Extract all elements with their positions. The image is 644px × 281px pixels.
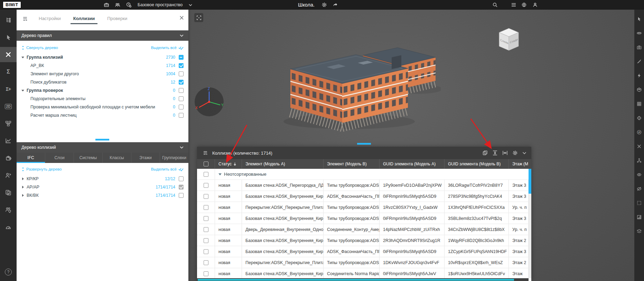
rule-checkbox[interactable] [179,113,184,118]
ifc-tree-row[interactable]: ВК/ВК 1714/1714 [17,191,188,200]
cube-view-tool[interactable] [634,85,644,95]
graphs-tool[interactable] [0,133,17,148]
ifc-row-checkbox[interactable] [179,193,184,198]
collisions-tree-header[interactable]: Дерево коллизий [17,142,188,153]
rule-row[interactable]: Элемент внтури другого 1004 [17,70,188,78]
row-checkbox[interactable] [204,227,208,232]
rule-row[interactable]: АР_ВК 1714 [17,61,188,70]
duplicate-view-icon[interactable] [482,150,488,156]
navigation-cube[interactable]: Слева Сзади [494,24,523,53]
collision-row[interactable]: новая Базовая стена:ADSK_Внутренняя_Кирп… [197,268,529,278]
collision-row[interactable]: новая Базовая стена:ADSK_Внутренняя_Кирп… [197,246,529,257]
visibility-tool[interactable] [634,169,644,180]
tab-layers[interactable]: Слои [45,153,74,163]
table-vertical-scrollbar[interactable] [529,169,531,278]
column-status[interactable]: Статус [215,159,242,169]
rule-group-checks-row[interactable]: Группа проверок 0 [17,86,188,95]
grid-plan-tool[interactable] [634,99,644,109]
rule-checkbox[interactable] [179,71,184,76]
view-2d-tool[interactable]: 2D [0,99,17,114]
sum-add-tool[interactable]: Σ+ [0,81,17,97]
structure-tool[interactable] [634,155,644,166]
ifc-row-checkbox[interactable] [179,185,184,190]
viewport-select-tool[interactable] [634,14,644,24]
project-settings-gear-icon[interactable] [321,2,327,8]
scheme-tool[interactable] [0,116,17,131]
collision-row[interactable]: новая Дверь_Деревянная_Внутренняя_Однопо… [197,224,529,235]
row-checkbox[interactable] [204,183,208,188]
list-menu-icon[interactable] [511,2,516,8]
vertical-scrollbar-thumb[interactable] [529,169,531,194]
row-checkbox[interactable] [204,216,208,221]
select-all-collisions-link[interactable]: Выделить всё [151,167,184,171]
rule-checkbox[interactable] [179,96,184,101]
users-location-tool[interactable] [0,202,17,217]
group-expand-icon[interactable] [218,173,222,176]
tab-settings[interactable]: Настройки [32,10,67,27]
horizontal-scrollbar-thumb[interactable] [198,279,514,281]
collision-row[interactable]: новая Базовая стена:ADSK_Перегородка_ЛДС… [197,180,529,191]
select-all-rules-link[interactable]: Выделить всё [151,46,184,50]
rule-row[interactable]: Подозрительные элементы 0 [17,95,188,103]
collision-row[interactable]: новая Базовая стена:ADSK_Внутренняя_Кирп… [197,213,529,224]
group-row[interactable]: Неотсортированные [197,169,529,180]
clash-detection-tool[interactable] [0,47,17,62]
clip-plane-tool[interactable] [634,212,644,222]
isolate-box-tool[interactable] [634,198,644,208]
snapshot-camera-tool[interactable] [634,42,644,52]
search-icon[interactable] [492,2,498,8]
layers-tool[interactable] [634,226,644,236]
row-checkbox[interactable] [204,271,208,276]
parking-tool[interactable]: P [634,127,644,137]
copy-check-tool[interactable] [0,185,17,200]
collapse-table-chevron-icon[interactable] [522,152,526,155]
user-account-icon[interactable] [532,2,538,8]
rule-checkbox[interactable] [179,63,184,68]
tab-systems[interactable]: Системы [74,153,103,163]
collision-row[interactable]: новая Перекрытие:ADSK_Перекрытие_Плита_Б… [197,202,529,213]
ifc-tree-row[interactable]: КР/КР 12/12 [17,175,188,183]
column-element-b[interactable]: Элемент (Модель B) [324,159,380,169]
model-tree-tool[interactable] [0,12,17,28]
collision-row[interactable]: новая Базовая стена:ADSK_Внутренняя_Кирп… [197,191,529,202]
tab-groupings[interactable]: Группировки [160,153,188,163]
rule-checkbox[interactable] [179,88,184,93]
rules-tree-header[interactable]: Дерево правил [17,30,188,41]
help-button[interactable]: ? [5,269,12,275]
row-checkbox[interactable] [204,194,208,199]
rule-row[interactable]: Проверка минимальной свободной площади с… [17,103,188,111]
team-users-icon[interactable] [115,2,120,8]
collapse-tree-link[interactable]: Свернуть дерево [21,46,58,50]
close-panel-icon[interactable] [179,15,184,20]
tab-ifc[interactable]: IFC [17,153,45,163]
sum-tool[interactable]: Σ [0,64,17,79]
focus-target-tool[interactable] [634,113,644,123]
fit-row-height-icon[interactable] [492,150,498,156]
collision-row[interactable]: новая Базовая стена:ADSK_Внутренняя_Кирп… [197,235,529,246]
rule-checkbox[interactable] [179,105,184,109]
measure-tool[interactable] [634,56,644,67]
tab-checks[interactable]: Проверки [101,10,133,27]
select-tool[interactable] [0,30,17,45]
workspace-selector[interactable]: Базовое пространство [138,0,192,10]
table-menu-icon[interactable] [203,150,208,156]
axis-gizmo[interactable]: Z X Y [193,86,225,118]
row-checkbox[interactable] [204,249,208,254]
table-horizontal-scrollbar[interactable] [197,278,529,281]
section-lightning-tool[interactable] [634,70,644,81]
orbit-tool[interactable] [634,28,644,38]
row-checkbox[interactable] [204,205,208,210]
select-all-rows-checkbox[interactable] [204,162,208,166]
panel-menu-icon[interactable] [22,16,28,22]
expand-tree-link[interactable]: Развернуть дерево [21,167,62,172]
column-guid-a[interactable]: GUID элемента (Модель А) [380,159,445,169]
rule-checkbox[interactable] [179,55,184,60]
column-guid-b[interactable]: GUID элемента (Модель B) [445,159,509,169]
tab-classes[interactable]: Классы [103,153,131,163]
projects-briefcase-icon[interactable] [104,2,109,8]
rule-checkbox[interactable] [179,80,184,85]
row-checkbox[interactable] [204,238,208,243]
fit-column-width-icon[interactable] [502,150,508,156]
rule-row[interactable]: Расчет марша лестниц 0 [17,111,188,119]
rule-row[interactable]: Поиск дубликатов 12 [17,78,188,86]
